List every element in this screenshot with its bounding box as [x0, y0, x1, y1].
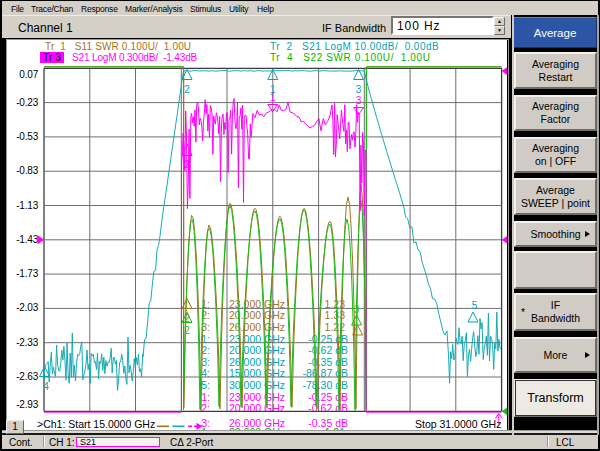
svg-text:1: 1 — [270, 92, 276, 103]
svg-text:4: 4 — [43, 381, 49, 392]
svg-text:3: 3 — [354, 304, 360, 315]
svg-text:3: 3 — [356, 84, 362, 95]
svg-text:2: 2 — [184, 159, 190, 170]
svg-text:3: 3 — [356, 95, 362, 106]
svg-text:5: 5 — [472, 300, 478, 311]
svg-text:2: 2 — [184, 325, 190, 336]
svg-text:2: 2 — [184, 84, 190, 95]
